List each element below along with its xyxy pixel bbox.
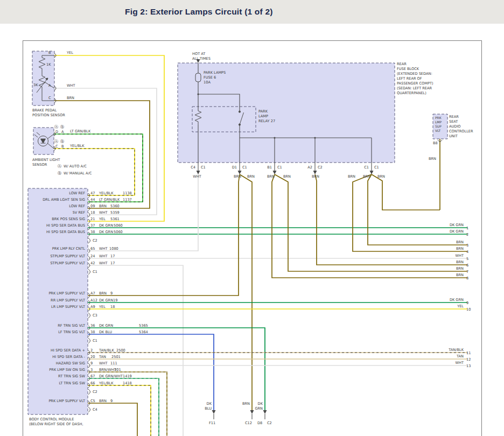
bcm-wire-color: WHT xyxy=(99,361,108,365)
bcm-pin: A12 xyxy=(90,298,97,303)
fuse-block-title: (EXTENDED SEDAN: xyxy=(397,72,432,76)
bcm-pin: 24 xyxy=(90,254,95,258)
wire-color-label: BRN xyxy=(348,174,355,179)
bcm-pin: 65 xyxy=(90,247,95,251)
bcm-wire-color: DK GRN/WHT xyxy=(99,374,123,378)
connector-id: D1 xyxy=(232,165,237,170)
label: Ⓑ xyxy=(58,171,61,175)
label: 3K xyxy=(33,83,38,87)
exit-wire-color: BRN xyxy=(456,247,464,251)
bcm-wire-color: DK GRN xyxy=(99,298,113,303)
bcm-pin: 09 xyxy=(90,204,95,208)
fuse-block-title: (SEDAN: LEFT REAR xyxy=(397,86,432,90)
audio-unit-title: CONTROLLER xyxy=(449,129,473,133)
connector-id: A2 xyxy=(307,165,312,170)
exit-number: 7 xyxy=(466,270,468,274)
exit-number: 9 xyxy=(466,301,468,305)
connector-arrow-icon xyxy=(238,171,242,174)
bcm-signal: RF TRN SIG VLT xyxy=(58,324,86,328)
bcm-signal: HI SPD SER DATA BUS xyxy=(46,230,85,234)
exit-number: 8 xyxy=(466,276,468,280)
bcm-group-connector xyxy=(88,389,90,395)
label: YEL/BLK xyxy=(69,144,85,148)
relay-label: RELAY 27 xyxy=(258,119,275,123)
bcm-pin: 38 xyxy=(90,330,95,334)
bcm-wire-color: YEL/BLK xyxy=(99,191,114,195)
bcm-circuit-number: 1080 xyxy=(109,247,118,251)
bcm-signal: BRK POS SENS SIG xyxy=(52,217,85,221)
wire-color-label: BRN xyxy=(363,174,370,179)
label: D xyxy=(55,130,58,134)
bcm-pin: 42 xyxy=(90,261,95,265)
bcm-group-connector xyxy=(88,269,90,275)
connector-id: C1 xyxy=(242,165,247,170)
bcm-wire-color: WHT xyxy=(99,261,108,265)
exit-wire-color: DK GRN xyxy=(450,229,464,234)
bcm-wire-color: YEL xyxy=(99,305,106,309)
connector-id: C1 xyxy=(364,165,369,170)
connector-id: F11 xyxy=(209,421,215,425)
fuse-label: FUSE 6 xyxy=(204,75,216,80)
bcm-wire-color: WHT xyxy=(99,247,108,251)
connector-id: C4 xyxy=(191,165,195,170)
bcm-group-connector xyxy=(88,338,90,343)
brake-sensor-title: POSITION SENSOR xyxy=(32,113,65,117)
exit-wire-color: BRN xyxy=(456,240,464,244)
bcm-pin: A7 xyxy=(90,291,95,296)
bcm-signal: RR LMP SUPPLY VLT xyxy=(51,298,86,303)
bcm-pin: 3 xyxy=(90,368,93,372)
bcm-signal: DRL AMB LGHT SEN SIG xyxy=(43,198,85,202)
exit-wire-color: WHT xyxy=(455,361,464,365)
bcm-wire-color: DK BLU xyxy=(99,330,112,334)
label: Ⓐ xyxy=(58,164,61,168)
relay-label: PARK xyxy=(258,109,268,114)
label: SUP xyxy=(435,124,442,128)
fuse-block-title: LEFT REAR OF xyxy=(397,76,422,81)
wire-color-label: BRN xyxy=(267,174,275,179)
legend-manual-ac: W/ MANUAL A/C xyxy=(64,171,92,175)
bcm-signal: STPLMP SUPPLY VLT xyxy=(50,261,86,265)
exit-wire-color: DK GRN xyxy=(450,223,464,227)
exit-number: 3 xyxy=(466,243,468,248)
bcm-circuit-number: 1418 xyxy=(123,381,132,385)
junction-dot xyxy=(197,93,199,95)
bcm-circuit-number: 9 xyxy=(110,399,113,403)
connector-id: D8 xyxy=(257,421,262,425)
label: VLT xyxy=(435,129,441,132)
bcm-signal: HAZARD SW SIG xyxy=(56,361,85,365)
audio-unit-title: AUDIO xyxy=(449,124,461,129)
bcm-title: (BELOW RIGHT SIDE OF DASH, xyxy=(29,422,83,426)
bcm-signal: HI SPD SER DATA - xyxy=(52,355,85,359)
exit-number: 4 xyxy=(466,250,468,254)
exit-number: 12 xyxy=(466,357,471,362)
bcm-circuit-number: 5364 xyxy=(139,330,148,334)
title-bar: Fig 2: Exterior Lamps Circuit (1 of 2) xyxy=(0,0,504,24)
bcm-pin: C5 xyxy=(90,399,95,403)
bcm-pin: 47 xyxy=(90,191,95,195)
bcm-circuit-number: 18 xyxy=(110,305,115,309)
exit-wire-color: BRN xyxy=(242,402,250,406)
bcm-circuit-number: 19 xyxy=(113,298,117,303)
bcm-signal: PRK LMP RLY CNTL xyxy=(52,247,85,251)
connector-arrow-icon xyxy=(212,410,216,414)
bcm-connector-group: C3 xyxy=(93,313,97,318)
bcm-circuit-number: 5361 xyxy=(110,217,120,221)
label: A xyxy=(61,130,64,134)
fuse-block-title: QUARTERPANEL) xyxy=(397,91,426,95)
bcm-circuit-number: 17 xyxy=(110,261,115,265)
relay-switch-contact xyxy=(239,111,240,112)
bcm-circuit-number: 5060 xyxy=(114,223,123,228)
connector-id: C2 xyxy=(267,421,272,425)
bcm-circuit-number: 1419 xyxy=(123,374,132,378)
fuse-label: 10A xyxy=(204,80,211,85)
bcm-pin: 44 xyxy=(90,198,95,202)
fuse-block-title: FUSE BLOCK xyxy=(397,67,419,71)
connector-arrow-icon xyxy=(273,171,277,174)
wire-color-label: BRN xyxy=(312,174,319,179)
bcm-pin: 67 xyxy=(90,374,95,378)
fuse-block-title: REAR xyxy=(397,62,407,66)
bcm-signal: PRK LMP SW ON SIG xyxy=(49,368,85,372)
bcm-wire-color: YEL xyxy=(99,217,106,221)
bcm-wire-color: BRN xyxy=(99,204,107,208)
figure-title: Fig 2: Exterior Lamps Circuit (1 of 2) xyxy=(0,0,504,24)
